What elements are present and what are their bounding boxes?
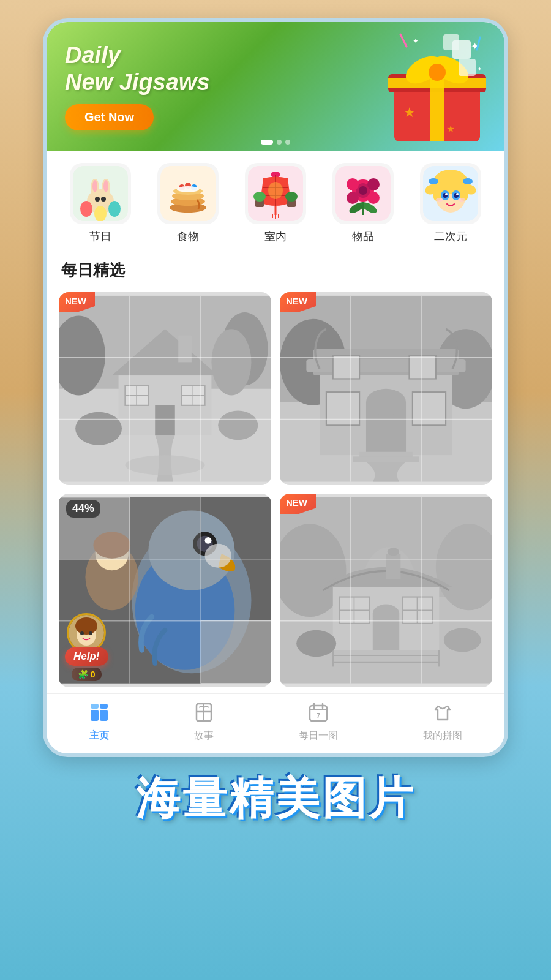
- category-holiday-label: 节日: [89, 229, 111, 244]
- svg-rect-87: [155, 405, 175, 435]
- category-food-label: 食物: [177, 229, 199, 244]
- svg-point-27: [94, 206, 107, 221]
- category-anime[interactable]: 二次元: [420, 163, 481, 244]
- dot-1: [261, 140, 273, 145]
- svg-point-26: [108, 201, 121, 217]
- svg-point-8: [429, 64, 446, 81]
- svg-point-151: [388, 548, 400, 556]
- svg-rect-172: [91, 704, 99, 709]
- category-items-icon: [332, 163, 394, 224]
- nav-label-story: 故事: [194, 729, 214, 742]
- svg-point-48: [253, 192, 266, 202]
- nav-item-mypuzzle[interactable]: 我的拼图: [423, 703, 462, 742]
- nav-label-home: 主页: [89, 729, 109, 742]
- svg-line-15: [400, 34, 407, 47]
- help-coins: 🧩 0: [72, 668, 102, 681]
- svg-point-95: [218, 411, 258, 440]
- svg-rect-108: [333, 356, 359, 379]
- help-overlay[interactable]: Help! 🧩 0: [65, 613, 108, 681]
- category-indoor-label: 室内: [264, 229, 287, 244]
- nav-item-home[interactable]: 主页: [89, 703, 109, 742]
- banner-title: Daily New Jigsaws: [65, 42, 210, 96]
- svg-rect-110: [326, 392, 359, 425]
- nav-label-daily: 每日一图: [299, 729, 338, 742]
- svg-point-96: [125, 455, 204, 475]
- svg-rect-150: [386, 554, 401, 579]
- puzzle-item-3[interactable]: 44% Help! 🧩 0: [59, 494, 271, 687]
- svg-point-165: [444, 628, 481, 652]
- bottom-text: 海量精美图片: [136, 769, 415, 828]
- category-items-label: 物品: [352, 229, 374, 244]
- svg-point-58: [367, 192, 380, 204]
- categories-row: 节日: [47, 151, 504, 250]
- svg-point-21: [92, 180, 97, 192]
- svg-point-55: [347, 178, 359, 190]
- svg-text:★: ★: [403, 105, 416, 120]
- svg-rect-109: [409, 356, 435, 379]
- svg-point-75: [445, 193, 448, 195]
- svg-point-50: [285, 192, 298, 202]
- svg-point-24: [101, 197, 106, 202]
- category-food-icon: [157, 163, 219, 224]
- puzzle-item-4[interactable]: NEW: [280, 494, 492, 687]
- svg-point-77: [436, 198, 443, 202]
- bottom-nav: 主页 故事 7: [47, 693, 504, 753]
- svg-point-141: [75, 617, 97, 635]
- svg-rect-138: [130, 497, 201, 559]
- svg-point-22: [103, 180, 108, 192]
- svg-point-159: [373, 605, 399, 623]
- svg-point-78: [458, 198, 465, 202]
- svg-point-113: [366, 389, 406, 415]
- svg-point-57: [347, 192, 359, 204]
- category-anime-label: 二次元: [434, 229, 467, 244]
- help-button[interactable]: Help!: [65, 647, 108, 666]
- svg-text:7: 7: [316, 712, 320, 719]
- svg-rect-10: [459, 59, 476, 76]
- svg-rect-173: [100, 704, 108, 709]
- svg-point-56: [367, 178, 380, 190]
- phone-frame: Daily New Jigsaws Get Now ★ ★: [43, 18, 508, 757]
- category-indoor-icon: [245, 163, 306, 224]
- banner: Daily New Jigsaws Get Now ★ ★: [47, 22, 504, 151]
- svg-rect-107: [306, 359, 465, 372]
- svg-point-83: [211, 329, 251, 395]
- nav-item-daily[interactable]: 7 每日一图: [299, 703, 338, 742]
- category-indoor[interactable]: 室内: [245, 163, 306, 244]
- get-now-button[interactable]: Get Now: [65, 104, 154, 130]
- svg-rect-86: [178, 336, 192, 362]
- category-items[interactable]: 物品: [332, 163, 394, 244]
- svg-point-25: [80, 201, 92, 217]
- svg-text:✦: ✦: [477, 66, 482, 72]
- svg-point-128: [205, 544, 231, 568]
- section-title: 每日精选: [47, 250, 504, 286]
- svg-point-94: [75, 412, 122, 445]
- help-avatar: [67, 613, 106, 652]
- svg-point-76: [456, 193, 459, 195]
- category-holiday[interactable]: 节日: [70, 163, 131, 244]
- svg-point-54: [359, 186, 367, 195]
- svg-point-143: [89, 631, 92, 635]
- nav-icon-story: [194, 703, 214, 726]
- banner-gift-illustration: ★ ★ ✦: [382, 28, 492, 145]
- puzzle-item-2[interactable]: NEW: [280, 292, 492, 485]
- puzzle-item-1[interactable]: NEW: [59, 292, 271, 485]
- svg-rect-111: [413, 392, 446, 425]
- puzzle-grid: NEW: [47, 286, 504, 693]
- nav-icon-daily: 7: [309, 703, 328, 726]
- banner-text: Daily New Jigsaws Get Now: [65, 42, 210, 130]
- nav-item-story[interactable]: 故事: [194, 703, 214, 742]
- svg-point-142: [80, 631, 84, 635]
- svg-rect-115: [353, 456, 419, 462]
- nav-icon-home: [89, 703, 109, 726]
- svg-rect-171: [100, 710, 108, 721]
- svg-point-23: [95, 197, 100, 202]
- category-food[interactable]: 食物: [157, 163, 219, 244]
- dot-2: [277, 140, 282, 145]
- svg-text:★: ★: [446, 124, 455, 134]
- svg-point-127: [205, 537, 212, 544]
- progress-badge-3: 44%: [66, 500, 100, 518]
- banner-pagination-dots: [261, 140, 290, 145]
- svg-rect-11: [443, 34, 459, 50]
- svg-rect-170: [91, 710, 99, 721]
- category-anime-icon: [420, 163, 481, 224]
